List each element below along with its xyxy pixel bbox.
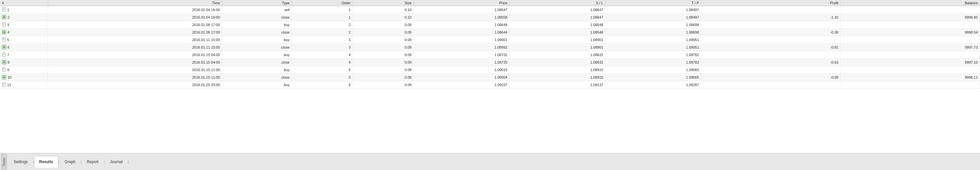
cell-price: 1.08558 [414, 14, 509, 21]
cell-order: 5 [292, 66, 353, 74]
doc-icon [2, 37, 6, 42]
cell-num: 2 [0, 14, 48, 21]
cell-price: 1.09015 [414, 66, 509, 74]
cell-num: 11 [0, 81, 48, 88]
col-header-balance: Balance [840, 0, 980, 6]
cell-tp: 1.09065 [605, 74, 701, 81]
plus-icon [2, 60, 6, 65]
plus-icon [2, 30, 6, 35]
cell-num: 7 [0, 51, 48, 58]
tab-sep-2: | [59, 160, 60, 164]
cell-type: buy [222, 36, 292, 44]
cell-size: 0.10 [353, 14, 414, 21]
tab-results[interactable]: Results [34, 156, 58, 168]
cell-tp: 1.08698 [605, 29, 701, 36]
cell-time: 2016.01.04 16:00 [48, 14, 222, 21]
table-row[interactable]: 102016.01.15 11:00close50.091.090041.089… [0, 74, 980, 81]
cell-profit [701, 36, 840, 44]
cell-balance: 9998.90 [840, 14, 980, 21]
cell-profit: -0.99 [701, 74, 840, 81]
cell-price: 1.09237 [414, 81, 509, 89]
cell-order: 1 [292, 6, 353, 14]
cell-profit: -0.36 [701, 29, 840, 36]
cell-price: 1.08648 [414, 21, 509, 29]
cell-balance [840, 81, 980, 89]
cell-balance [840, 21, 980, 29]
cell-price: 1.08725 [414, 59, 509, 66]
cell-balance: 9998.54 [840, 29, 980, 36]
cell-price: 1.09004 [414, 74, 509, 81]
svg-rect-28 [2, 67, 6, 71]
row-number: 4 [8, 30, 10, 34]
cell-price: 1.08732 [414, 51, 509, 59]
cell-size: 0.09 [353, 29, 414, 36]
cell-size: 0.09 [353, 59, 414, 66]
table-wrapper: # Time Type Order Size Price S / L T / P… [0, 0, 980, 153]
tab-graph[interactable]: Graph [60, 156, 80, 168]
cell-sl: 1.08647 [509, 6, 605, 14]
trade-table: # Time Type Order Size Price S / L T / P… [0, 0, 980, 89]
row-number: 11 [7, 83, 11, 87]
cell-balance [840, 51, 980, 59]
cell-time: 2016.01.15 04:00 [48, 59, 222, 66]
table-row[interactable]: 112016.01.20 20:00buy60.091.092371.09137… [0, 81, 980, 89]
table-row[interactable]: 52016.01.11 15:00buy30.091.090011.089011… [0, 36, 980, 44]
col-header-size: Size [353, 0, 414, 6]
cell-time: 2016.01.15 04:00 [48, 51, 222, 59]
row-number: 9 [7, 68, 9, 72]
table-row[interactable]: 72016.01.15 04:00buy40.091.087321.086321… [0, 51, 980, 59]
cell-num: 5 [0, 36, 48, 43]
doc-icon [2, 7, 6, 13]
cell-profit [701, 6, 840, 14]
cell-price: 1.08644 [414, 29, 509, 36]
cell-profit [701, 66, 840, 74]
cell-size: 0.09 [353, 44, 414, 51]
col-header-type: Type [222, 0, 292, 6]
col-header-profit: Profit [701, 0, 840, 6]
row-number: 2 [8, 15, 10, 19]
tester-panel-label[interactable]: Tester [1, 154, 7, 170]
table-row[interactable]: 42016.01.08 17:00close20.091.086441.0854… [0, 29, 980, 36]
cell-tp: 1.08497 [605, 14, 701, 21]
table-row[interactable]: 12016.01.04 16:00sell10.101.085471.08647… [0, 6, 980, 14]
cell-sl: 1.08632 [509, 59, 605, 66]
cell-type: close [222, 14, 292, 21]
table-row[interactable]: 92016.01.15 11:00buy50.091.090151.089151… [0, 66, 980, 74]
cell-sl: 1.08548 [509, 21, 605, 29]
cell-num: 8 [0, 59, 48, 66]
table-row[interactable]: 62016.01.11 15:00close30.091.089921.0890… [0, 44, 980, 51]
cell-price: 1.08547 [414, 6, 509, 14]
cell-type: buy [222, 81, 292, 89]
row-number: 7 [7, 53, 9, 57]
cell-type: close [222, 59, 292, 66]
cell-profit: -0.63 [701, 59, 840, 66]
cell-order: 4 [292, 51, 353, 59]
cell-sl: 1.08632 [509, 51, 605, 59]
cell-time: 2016.01.11 15:00 [48, 36, 222, 44]
table-header-row: # Time Type Order Size Price S / L T / P… [0, 0, 980, 6]
cell-tp: 1.09051 [605, 36, 701, 44]
cell-num: 6 [0, 44, 48, 51]
tab-journal[interactable]: Journal [105, 156, 127, 168]
table-row[interactable]: 32016.01.08 17:00buy20.091.086481.085481… [0, 21, 980, 29]
cell-balance: 9997.73 [840, 44, 980, 51]
cell-time: 2016.01.15 11:00 [48, 74, 222, 81]
col-header-tp: T / P [605, 0, 701, 6]
tab-settings[interactable]: Settings [9, 156, 33, 168]
table-row[interactable]: 82016.01.15 04:00close40.091.087251.0863… [0, 59, 980, 66]
cell-tp: 1.09065 [605, 66, 701, 74]
table-row[interactable]: 22016.01.04 16:00close10.101.085581.0864… [0, 14, 980, 21]
tab-sep-1: | [33, 160, 34, 164]
tab-report[interactable]: Report [82, 156, 103, 168]
cell-size: 0.09 [353, 21, 414, 29]
cell-balance: 9996.11 [840, 74, 980, 81]
cell-order: 4 [292, 59, 353, 66]
cell-type: close [222, 29, 292, 36]
cell-order: 2 [292, 29, 353, 36]
cell-size: 0.09 [353, 51, 414, 59]
cell-time: 2016.01.20 20:00 [48, 81, 222, 89]
tab-sep-4: | [104, 160, 105, 164]
cell-type: close [222, 44, 292, 51]
row-number: 10 [8, 75, 11, 79]
cell-sl: 1.08915 [509, 66, 605, 74]
